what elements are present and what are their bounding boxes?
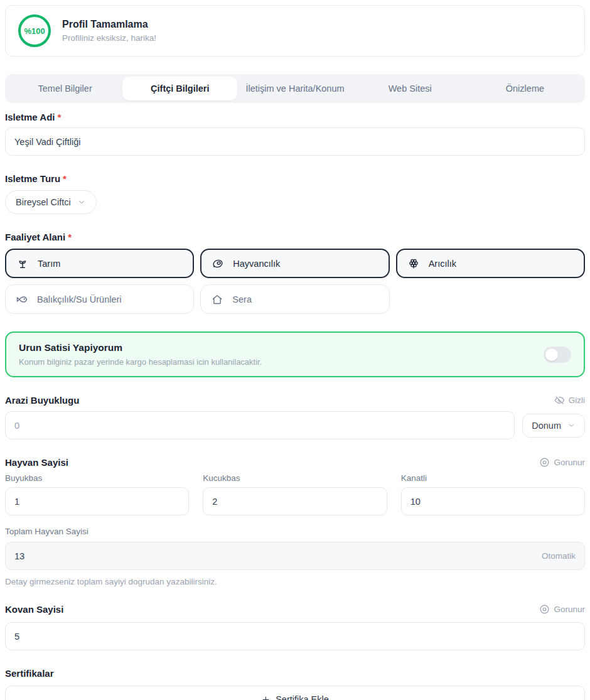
completion-percent: %100 bbox=[24, 26, 45, 36]
kucukbas-label: Kucukbas bbox=[203, 473, 387, 483]
required-asterisk: * bbox=[63, 173, 67, 184]
activity-option-tarim[interactable]: Tarım bbox=[5, 249, 194, 278]
sprout-icon bbox=[16, 257, 29, 270]
product-sale-banner: Urun Satisi Yapiyorum Konum bilginiz paz… bbox=[5, 331, 585, 377]
toggle-knob bbox=[545, 348, 558, 361]
hive-count-input[interactable] bbox=[5, 622, 585, 650]
visibility-label: Gizli bbox=[569, 396, 585, 405]
product-sale-subtitle: Konum bilginiz pazar yerinde kargo hesap… bbox=[19, 357, 262, 367]
eye-icon bbox=[539, 457, 550, 468]
tab-iletisim-harita-konum[interactable]: İletişim ve Harita/Konum bbox=[237, 77, 352, 100]
required-asterisk: * bbox=[68, 232, 72, 242]
business-name-section: Isletme Adi* bbox=[5, 112, 585, 156]
kanatli-label: Kanatli bbox=[401, 473, 585, 483]
animal-field-kanatli: Kanatli bbox=[401, 473, 585, 515]
hive-count-section: Kovan Sayisi Gorunur bbox=[5, 604, 585, 650]
visibility-label: Gorunur bbox=[554, 458, 585, 467]
animal-count-section: Hayvan Sayisi Gorunur Buyukbas Kucukbas … bbox=[5, 457, 585, 515]
buyukbas-input[interactable] bbox=[5, 487, 189, 515]
activity-option-balikcilik[interactable]: Balıkçılık/Su Ürünleri bbox=[5, 284, 194, 314]
meat-icon bbox=[212, 257, 224, 270]
land-unit-select[interactable]: Donum bbox=[522, 414, 585, 438]
land-size-input[interactable] bbox=[5, 411, 515, 439]
chevron-down-icon bbox=[567, 421, 576, 429]
honeycomb-icon bbox=[407, 257, 420, 270]
business-type-value: Bireysel Ciftci bbox=[16, 197, 71, 207]
completion-percent-ring: %100 bbox=[18, 14, 51, 47]
tab-temel-bilgiler[interactable]: Temel Bilgiler bbox=[8, 77, 122, 100]
animal-field-kucukbas: Kucukbas bbox=[203, 473, 387, 515]
farmer-profile-page: %100 Profil Tamamlama Profiliniz eksiksi… bbox=[0, 0, 590, 700]
activity-option-label: Sera bbox=[232, 294, 252, 304]
required-asterisk: * bbox=[57, 112, 61, 122]
certificates-label: Sertifikalar bbox=[5, 668, 585, 679]
total-animals-label: Toplam Hayvan Sayisi bbox=[5, 527, 585, 536]
kanatli-input[interactable] bbox=[401, 487, 585, 515]
animal-count-visibility[interactable]: Gorunur bbox=[539, 457, 585, 468]
business-type-section: Isletme Turu* Bireysel Ciftci bbox=[5, 173, 585, 214]
add-certificate-label: Sertifika Ekle bbox=[276, 694, 329, 700]
eye-icon bbox=[539, 604, 550, 615]
activity-area-section: Faaliyet Alani* Tarım Hayvancılık Arıcıl… bbox=[5, 232, 585, 314]
profile-completion-subtitle: Profiliniz eksiksiz, harika! bbox=[62, 33, 156, 43]
land-unit-value: Donum bbox=[532, 421, 561, 431]
product-sale-title: Urun Satisi Yapiyorum bbox=[19, 342, 262, 353]
buyukbas-label: Buyukbas bbox=[5, 473, 189, 483]
land-size-label: Arazi Buyuklugu bbox=[5, 395, 79, 406]
business-type-select[interactable]: Bireysel Ciftci bbox=[5, 190, 97, 214]
hive-count-visibility[interactable]: Gorunur bbox=[539, 604, 585, 615]
activity-option-aricilik[interactable]: Arıcılık bbox=[396, 249, 585, 278]
add-certificate-button[interactable]: Sertifika Ekle bbox=[5, 686, 585, 700]
greenhouse-icon bbox=[211, 293, 223, 306]
activity-area-label: Faaliyet Alani* bbox=[5, 232, 585, 242]
chevron-down-icon bbox=[77, 198, 86, 207]
eye-off-icon bbox=[554, 395, 565, 406]
activity-option-label: Hayvancılık bbox=[233, 259, 280, 269]
total-animals-input: 13 Otomatik bbox=[5, 542, 585, 570]
hive-count-label: Kovan Sayisi bbox=[5, 604, 63, 615]
visibility-label: Gorunur bbox=[554, 605, 585, 614]
activity-option-label: Balıkçılık/Su Ürünleri bbox=[37, 294, 122, 304]
activity-option-label: Arıcılık bbox=[429, 259, 456, 269]
certificates-section: Sertifikalar Sertifika Ekle bbox=[5, 668, 585, 700]
animal-field-buyukbas: Buyukbas bbox=[5, 473, 189, 515]
profile-completion-card: %100 Profil Tamamlama Profiliniz eksiksi… bbox=[5, 5, 585, 57]
activity-option-sera[interactable]: Sera bbox=[200, 284, 389, 314]
kucukbas-input[interactable] bbox=[203, 487, 387, 515]
animal-count-label: Hayvan Sayisi bbox=[5, 457, 68, 468]
profile-completion-title: Profil Tamamlama bbox=[62, 19, 156, 30]
activity-option-label: Tarım bbox=[38, 259, 60, 269]
plus-icon bbox=[261, 695, 271, 700]
total-animals-helper: Detay girmezseniz toplam sayiyi dogrudan… bbox=[5, 577, 585, 586]
automatic-badge: Otomatik bbox=[542, 551, 576, 561]
total-animals-section: Toplam Hayvan Sayisi 13 Otomatik Detay g… bbox=[5, 527, 585, 586]
land-size-section: Arazi Buyuklugu Gizli Donum bbox=[5, 395, 585, 439]
activity-option-hayvancilik[interactable]: Hayvancılık bbox=[200, 249, 389, 278]
total-animals-value: 13 bbox=[14, 551, 24, 561]
business-name-input[interactable] bbox=[5, 127, 585, 156]
tab-onizleme[interactable]: Önizleme bbox=[468, 77, 582, 100]
tab-web-sitesi[interactable]: Web Sitesi bbox=[353, 77, 468, 100]
product-sale-toggle[interactable] bbox=[544, 347, 571, 363]
fish-icon bbox=[16, 293, 28, 306]
business-type-label: Isletme Turu* bbox=[5, 173, 585, 184]
land-size-visibility[interactable]: Gizli bbox=[554, 395, 585, 406]
profile-tabbar: Temel Bilgiler Çiftçi Bilgileri İletişim… bbox=[5, 74, 585, 103]
tab-ciftci-bilgileri[interactable]: Çiftçi Bilgileri bbox=[122, 77, 237, 100]
activity-options-grid: Tarım Hayvancılık Arıcılık Balıkçılık/Su… bbox=[5, 249, 585, 314]
business-name-label: Isletme Adi* bbox=[5, 112, 585, 122]
